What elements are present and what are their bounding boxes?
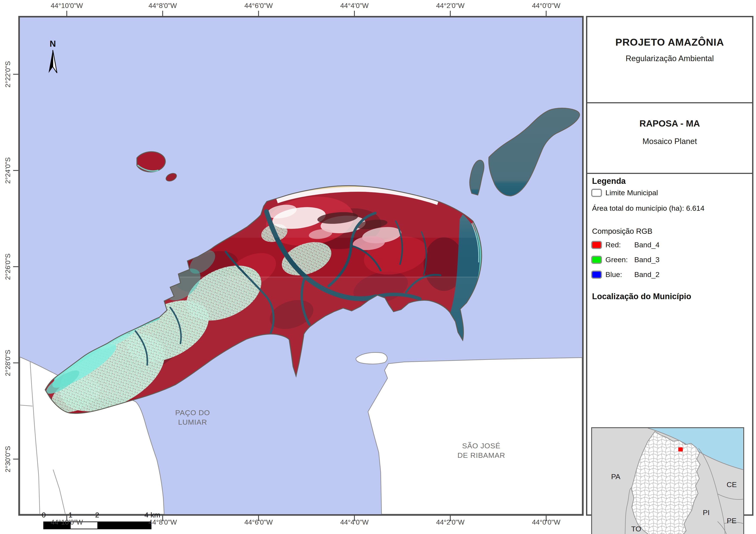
legend-box: Legenda Limite Municipal Área total do m… — [587, 174, 752, 534]
green-band-swatch — [591, 256, 602, 264]
municipality-name: RAPOSA - MA — [587, 118, 752, 129]
locator-inset-map: PA CE PI PE TO BA MT — [591, 427, 744, 534]
product-name: Mosaico Planet — [587, 137, 752, 146]
area-total-label: Área total do município (ha): 6.614 — [592, 204, 705, 213]
lon-label-top-0: 44°10'0"W — [51, 2, 83, 10]
place-label-paco-do-lumiar: PAÇO DO LUMIAR — [175, 408, 210, 427]
satellite-map-art — [20, 17, 582, 514]
lon-label-top-5: 44°0'0"W — [532, 2, 560, 10]
place-label-sao-jose-de-ribamar: SÃO JOSÉ DE RIBAMAR — [457, 441, 505, 460]
sao-jose-de-ribamar-land — [368, 358, 582, 514]
layout-sidebar: PROJETO AMAZÔNIA Regularização Ambiental… — [586, 16, 753, 516]
map-canvas: N 0 1 2 4 km PAÇO DO LUMIAR SÃO JOSÉ DE … — [18, 16, 584, 516]
locator-map-art — [592, 428, 743, 534]
inset-state-PA: PA — [611, 472, 620, 481]
lon-label-top-4: 44°2'0"W — [436, 2, 465, 10]
north-arrow: N — [45, 39, 60, 76]
inset-state-TO: TO — [631, 525, 641, 533]
lat-label-0: 2°22'0"S — [4, 61, 12, 88]
scale-label-1: 1 — [68, 511, 73, 519]
lat-label-4: 2°30'0"S — [4, 446, 12, 472]
rgb-heading: Composição RGB — [592, 227, 652, 236]
lon-label-top-2: 44°6'0"W — [244, 2, 273, 10]
red-band-swatch — [591, 241, 602, 249]
limite-municipal-swatch — [591, 189, 602, 197]
lon-label-top-3: 44°4'0"W — [340, 2, 369, 10]
municipality-title-box: RAPOSA - MA Mosaico Planet — [587, 118, 752, 174]
localizacao-heading: Localização do Município — [592, 292, 691, 301]
project-subtitle: Regularização Ambiental — [587, 54, 752, 63]
blue-band-swatch — [591, 270, 602, 279]
north-label: N — [45, 39, 60, 49]
scale-label-0: 0 — [42, 511, 46, 519]
raposa-location-marker — [678, 447, 683, 451]
rgb-row-green: Green: Band_3 — [591, 256, 660, 264]
inset-state-PE: PE — [727, 517, 736, 525]
lon-label-top-1: 44°8'0"W — [148, 2, 177, 10]
lat-label-3: 2°28'0"S — [4, 350, 12, 376]
inset-state-PI: PI — [703, 508, 710, 517]
legend-item-limite: Limite Municipal — [591, 189, 658, 197]
rgb-row-red: Red: Band_4 — [591, 241, 660, 249]
north-arrow-icon — [45, 49, 60, 76]
scale-label-4km: 4 km — [144, 511, 160, 519]
project-title-box: PROJETO AMAZÔNIA Regularização Ambiental — [587, 36, 752, 103]
rgb-row-blue: Blue: Band_2 — [591, 270, 660, 279]
lat-label-1: 2°24'0"S — [4, 157, 12, 184]
project-title: PROJETO AMAZÔNIA — [587, 36, 752, 48]
limite-municipal-label: Limite Municipal — [606, 189, 658, 197]
scale-label-2: 2 — [95, 511, 99, 519]
legend-heading: Legenda — [592, 176, 626, 186]
inset-state-CE: CE — [726, 480, 737, 489]
lat-label-2: 2°26'0"S — [4, 254, 12, 280]
